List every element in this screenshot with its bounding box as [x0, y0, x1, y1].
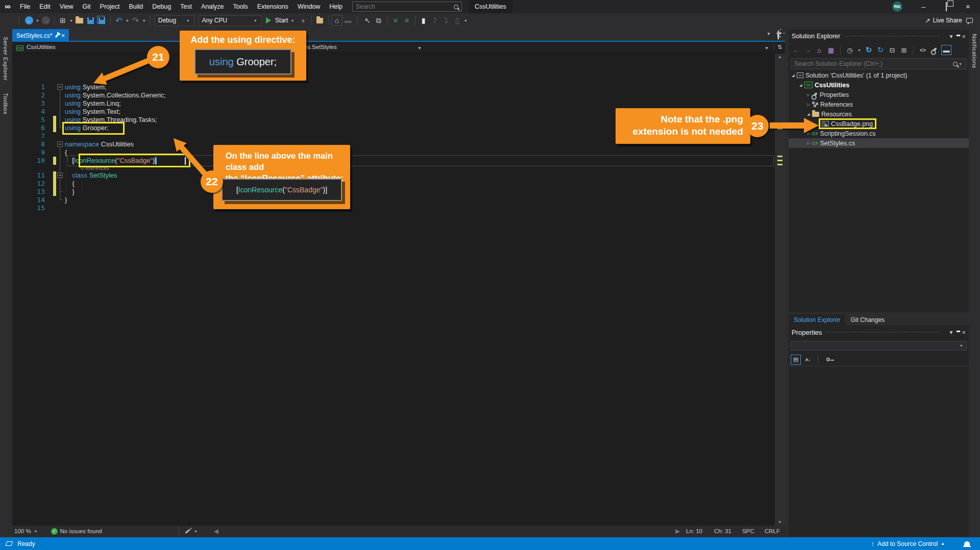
start-debug-button[interactable]: Start▼	[264, 15, 298, 26]
categorized-icon[interactable]: ▤	[791, 355, 801, 365]
add-to-source-control-button[interactable]: Add to Source Control	[877, 540, 938, 547]
quick-search[interactable]	[352, 2, 462, 12]
navigate-forward-button[interactable]: →	[40, 15, 52, 26]
solution-explorer-header[interactable]: Solution Explorer ▼ ×	[789, 30, 969, 43]
property-pages-key-icon[interactable]	[823, 355, 833, 365]
type-dropdown-icon[interactable]: ▼	[418, 46, 422, 51]
sidebar-tab-server-explorer[interactable]: Server Explorer	[0, 35, 11, 83]
split-editor-button[interactable]: ⇅	[774, 44, 782, 51]
notifications-bell-icon[interactable]	[964, 541, 970, 546]
select-pointer-button[interactable]: ↖	[362, 15, 373, 26]
se-switch-views-icon[interactable]: ▦	[826, 45, 836, 55]
find-in-files-button[interactable]	[314, 15, 326, 26]
new-dropdown-icon[interactable]: ▼	[69, 19, 73, 22]
document-tab[interactable]: SetStyles.cs* ×	[12, 29, 69, 42]
save-button[interactable]	[85, 15, 96, 26]
hot-reload-button[interactable]: ♦	[298, 15, 309, 26]
tree-item-solution-cssutilities-1-of-1-project-[interactable]: ◢∞Solution 'CssUtilities' (1 of 1 projec…	[789, 70, 969, 80]
search-input[interactable]	[356, 3, 454, 10]
save-all-button[interactable]	[96, 15, 108, 26]
menu-project[interactable]: Project	[95, 0, 125, 13]
solution-explorer-search[interactable]: ▼	[791, 58, 967, 69]
feedback-icon[interactable]	[966, 18, 973, 23]
menu-window[interactable]: Window	[293, 0, 325, 13]
close-icon[interactable]: ×	[962, 33, 966, 40]
minimize-button[interactable]: –	[912, 0, 935, 13]
sidebar-tab-toolbox[interactable]: Toolbox	[0, 91, 11, 116]
code-health-indicator[interactable]: ✓No issues found	[51, 528, 102, 535]
source-control-dropdown-icon[interactable]: ▲	[941, 541, 945, 546]
undo-dropdown-icon[interactable]: ▼	[126, 19, 129, 22]
menu-test[interactable]: Test	[176, 0, 197, 13]
expanded-chevron-icon[interactable]: ◢	[798, 83, 803, 87]
tree-item-properties[interactable]: ▷Properties	[789, 90, 969, 99]
se-home-icon[interactable]: ⌂	[814, 45, 824, 55]
menu-debug[interactable]: Debug	[148, 0, 176, 13]
active-files-dropdown-icon[interactable]: ▼	[767, 32, 771, 36]
tree-item-references[interactable]: ▷References	[789, 99, 969, 109]
menu-help[interactable]: Help	[325, 0, 347, 13]
collapsed-chevron-icon[interactable]: ▷	[806, 132, 811, 136]
window-position-dropdown-icon[interactable]: ▼	[949, 34, 954, 39]
undo-button[interactable]: ↶	[113, 15, 125, 26]
new-project-button[interactable]: ⊞	[57, 15, 68, 26]
menu-edit[interactable]: Edit	[35, 0, 55, 13]
comment-list-button[interactable]: ≡	[401, 15, 412, 26]
menu-tools[interactable]: Tools	[229, 0, 253, 13]
expanded-chevron-icon[interactable]: ◢	[806, 112, 811, 116]
background-tasks-icon[interactable]	[6, 541, 13, 546]
tree-item-cssutilities[interactable]: ◢C#CssUtilities	[789, 80, 969, 90]
menu-extensions[interactable]: Extensions	[253, 0, 293, 13]
se-search-input[interactable]	[794, 60, 953, 67]
menu-git[interactable]: Git	[78, 0, 95, 13]
close-button[interactable]: ×	[957, 0, 979, 13]
editor-options-gear-icon[interactable]	[777, 30, 779, 40]
menu-file[interactable]: File	[15, 0, 35, 13]
collapsed-chevron-icon[interactable]: ▷	[806, 93, 811, 97]
collapsed-chevron-icon[interactable]: ▷	[806, 141, 811, 145]
toolbar-grip[interactable]	[18, 16, 20, 24]
pin-icon[interactable]	[55, 33, 58, 37]
editor-vertical-scrollbar[interactable]: ▲ ▼	[775, 54, 785, 526]
dim-button[interactable]: ▬	[342, 15, 354, 26]
avatar[interactable]: RK	[892, 2, 902, 12]
tree-item-setstyles-cs[interactable]: ▷C#SetStyles.cs	[789, 138, 969, 148]
restore-button[interactable]	[935, 0, 958, 13]
se-properties-icon[interactable]	[929, 45, 940, 55]
properties-object-combo[interactable]: ▼	[791, 341, 967, 351]
scroll-down-icon[interactable]: ▼	[775, 520, 785, 524]
fold-collapse-icon[interactable]	[57, 141, 63, 147]
properties-header[interactable]: Properties ▼ ×	[789, 326, 969, 339]
live-share-button[interactable]: ↗Live Share	[925, 17, 962, 24]
se-forward-icon[interactable]: →	[802, 45, 813, 55]
se-collapse-all-icon[interactable]: ⊟	[887, 45, 897, 55]
prev-bookmark-button[interactable]: ⤴	[429, 15, 440, 26]
next-bookmark-button[interactable]: ⤵	[440, 15, 452, 26]
sidebar-tab-notifications[interactable]: Notifications	[969, 32, 980, 70]
copy-screenshot-button[interactable]: ⧉	[373, 15, 384, 26]
collapsed-chevron-icon[interactable]: ▷	[806, 103, 811, 107]
indent-list-button[interactable]: ≡	[390, 15, 401, 26]
alphabetical-icon[interactable]: A↓	[803, 355, 813, 365]
se-back-icon[interactable]: ←	[791, 45, 801, 55]
format-indicator-button[interactable]	[182, 526, 193, 537]
menu-build[interactable]: Build	[124, 0, 148, 13]
tab-solution-explorer[interactable]: Solution Explorer	[789, 314, 845, 326]
solution-configuration-combo[interactable]: Debug▼	[155, 15, 194, 26]
menu-analyze[interactable]: Analyze	[197, 0, 228, 13]
tree-item-resources[interactable]: ◢Resources	[789, 109, 969, 119]
se-scope-icon[interactable]: ⊞	[899, 45, 909, 55]
scroll-up-icon[interactable]: ▲	[775, 55, 785, 59]
hscroll-left-icon[interactable]: ◀	[214, 528, 218, 535]
se-sync-icon[interactable]: ↻	[875, 45, 886, 55]
redo-dropdown-icon[interactable]: ▼	[142, 19, 146, 22]
home-button[interactable]: ⌂	[331, 15, 342, 26]
back-dropdown-icon[interactable]: ▼	[36, 19, 39, 22]
navigate-back-button[interactable]: ←	[23, 15, 35, 26]
zoom-combo[interactable]: 100 %▼	[14, 528, 39, 534]
se-preview-selected-icon[interactable]: ▬	[941, 45, 951, 55]
se-view-code-icon[interactable]: <>	[918, 45, 928, 55]
se-refresh-icon[interactable]: ↻	[864, 45, 874, 55]
tree-item-scriptingsession-cs[interactable]: ▷C#ScriptingSession.cs	[789, 129, 969, 138]
expanded-chevron-icon[interactable]: ◢	[791, 73, 796, 78]
